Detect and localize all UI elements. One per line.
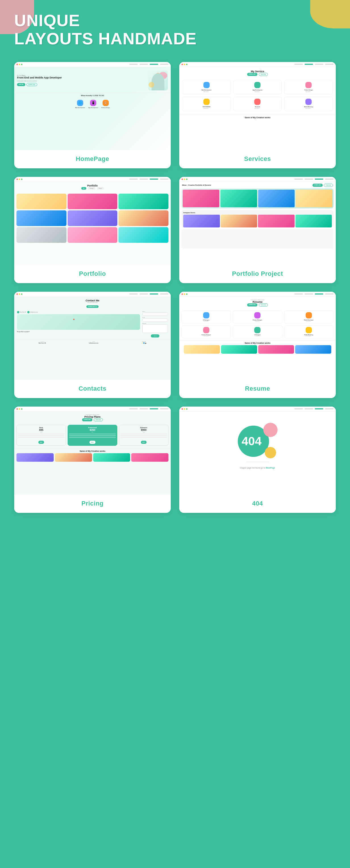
res-icon-5 bbox=[254, 327, 260, 333]
404-main-page-link[interactable]: MainPage bbox=[266, 467, 275, 469]
nav-dot-yellow bbox=[19, 293, 20, 295]
plan-enterprise-btn[interactable]: BUY bbox=[141, 441, 147, 444]
serv-icon-uiux bbox=[203, 99, 210, 105]
nav-dot-yellow bbox=[19, 408, 20, 410]
serv-icon-media bbox=[305, 99, 312, 105]
portfolio-header: Portfolio All Design Photo bbox=[14, 182, 171, 194]
nav-link-active bbox=[150, 64, 158, 65]
resume-card-6: Media Marketing Lorem ipsum... bbox=[284, 325, 334, 338]
services-preview-btn[interactable]: PREVIEW bbox=[259, 73, 268, 76]
pp-preview-btn[interactable]: PREVIEW bbox=[324, 184, 333, 187]
plan-enterprise-period: /mo bbox=[120, 431, 167, 433]
hero-text: Hi, I'm Maeto Front End and Mobile App D… bbox=[17, 74, 146, 86]
serv-name-design: Product Design bbox=[285, 89, 331, 91]
pp-section3 bbox=[181, 229, 334, 249]
mockup-nav bbox=[179, 62, 336, 67]
services-mockup: My Service DOWNLOAD PREVIEW Web Developm… bbox=[179, 62, 336, 150]
card-portfolio-project-label: Portfolio Project bbox=[179, 265, 336, 283]
contact-send-btn[interactable]: Send bbox=[151, 334, 160, 338]
pricing-preview-btn[interactable]: PREVIEW bbox=[94, 418, 103, 421]
portfolio-item-3 bbox=[118, 194, 169, 209]
resume-buttons: DOWNLOAD PREVIEW bbox=[179, 303, 336, 307]
pp-download-btn[interactable]: DOWNLOAD bbox=[313, 184, 323, 187]
404-circle-container: 404 bbox=[238, 426, 278, 457]
filter-all[interactable]: All bbox=[81, 187, 86, 190]
card-portfolio-project: Mimo - Creative Portfolio & Resume DOWNL… bbox=[179, 177, 336, 283]
service-label-web: Web Development bbox=[75, 107, 85, 108]
nav-dot-green bbox=[186, 64, 187, 65]
serv-name-media: Media Marketing bbox=[285, 106, 331, 107]
portfolio-title: Portfolio bbox=[14, 184, 171, 187]
nav-link bbox=[129, 64, 138, 65]
services-buttons: DOWNLOAD PREVIEW bbox=[179, 73, 336, 76]
plan-basic-line1 bbox=[18, 435, 65, 436]
contact-download-btn[interactable]: DOWNLOAD CV bbox=[86, 305, 99, 308]
resume-preview-btn[interactable]: PREVIEW bbox=[259, 303, 268, 307]
nav-link bbox=[139, 293, 148, 294]
services-download-btn[interactable]: DOWNLOAD bbox=[247, 73, 257, 76]
resume-card-5: UI Designer Lorem ipsum... bbox=[233, 325, 282, 338]
nav-link bbox=[305, 179, 313, 180]
nav-link bbox=[325, 293, 334, 294]
nav-dot-green bbox=[186, 293, 187, 295]
card-resume-preview: Lorem ipsum dolor sit amet Resume DOWNLO… bbox=[179, 292, 336, 380]
card-404-label: 404 bbox=[179, 495, 336, 513]
resume-download-btn[interactable]: DOWNLOAD bbox=[247, 303, 257, 307]
nav-link bbox=[294, 408, 303, 409]
res-card-role-2: Lorem ipsum... bbox=[234, 321, 281, 322]
contacts-right: Name Email Message Send bbox=[142, 311, 168, 338]
plan-enterprise-line1 bbox=[120, 435, 167, 436]
home-services-section: What Actually I LOVE TO DO bbox=[14, 93, 171, 98]
portfolio-project-mockup: Mimo - Creative Portfolio & Resume DOWNL… bbox=[179, 177, 336, 265]
card-pricing-preview: Lorem ipsum dolor sit amet Pricing Plans… bbox=[14, 407, 171, 495]
plan-enterprise-price: $960 bbox=[120, 429, 167, 431]
contact-email-input[interactable] bbox=[142, 318, 168, 322]
card-contacts-label: Contacts bbox=[14, 380, 171, 398]
pricing-work-2 bbox=[55, 453, 92, 462]
resume-card-4: Product Designer Lorem ipsum... bbox=[181, 325, 231, 338]
nav-dot-yellow bbox=[184, 408, 185, 410]
pricing-work-3 bbox=[93, 453, 130, 462]
nav-dot-green bbox=[21, 64, 23, 65]
hire-button[interactable]: HIRE ME bbox=[17, 83, 25, 86]
res-card-role-6: Lorem ipsum... bbox=[285, 336, 332, 337]
contact-me-title: Contact Me bbox=[14, 299, 171, 302]
services-main-title: My Service bbox=[179, 70, 336, 73]
contact-message-input[interactable] bbox=[142, 324, 168, 333]
404-message: Oopps! page not found go to MainPage bbox=[240, 467, 275, 469]
404-mockup: 404 Oopps! page not found go to MainPage bbox=[179, 407, 336, 495]
filter-design[interactable]: Design bbox=[88, 187, 95, 190]
pp-title: Mimo - Creative Portfolio & Resume bbox=[182, 184, 211, 186]
download-button[interactable]: DOWNLOAD bbox=[27, 83, 37, 86]
plan-basic-btn[interactable]: BUY bbox=[38, 441, 44, 444]
nav-link bbox=[160, 64, 169, 65]
plan-pro-period: /mo bbox=[69, 431, 116, 433]
portfolio-item-9 bbox=[118, 227, 169, 243]
mockup-nav bbox=[14, 407, 171, 412]
nav-links bbox=[129, 408, 169, 409]
nav-dot-green bbox=[186, 408, 187, 410]
mockup-nav bbox=[14, 62, 171, 67]
nav-dot-green bbox=[21, 408, 23, 410]
nav-link bbox=[294, 64, 303, 65]
nav-links bbox=[129, 64, 169, 65]
contact-map: 📍 bbox=[17, 314, 140, 330]
footer-location-val: New York, US bbox=[39, 342, 46, 344]
card-resume-label: Resume bbox=[179, 380, 336, 398]
pricing-download-btn[interactable]: DOWNLOAD bbox=[82, 418, 92, 421]
portfolio-item-1 bbox=[16, 194, 67, 209]
field-name-label: Name bbox=[142, 311, 168, 312]
portfolio-mockup: Portfolio All Design Photo bbox=[14, 177, 171, 265]
contact-name-input[interactable] bbox=[142, 312, 168, 316]
mockup-nav bbox=[179, 407, 336, 412]
pp-sec2-grid bbox=[183, 215, 332, 227]
plan-enterprise-line2 bbox=[120, 437, 167, 438]
filter-photo[interactable]: Photo bbox=[97, 187, 104, 190]
nav-link-active bbox=[150, 179, 158, 180]
portfolio-filters: All Design Photo bbox=[14, 187, 171, 190]
nav-dot-green bbox=[186, 179, 187, 180]
card-portfolio-project-preview: Mimo - Creative Portfolio & Resume DOWNL… bbox=[179, 177, 336, 265]
resume-card-3: Mobile Developer Lorem ipsum... bbox=[284, 310, 334, 323]
plan-pro-btn[interactable]: BUY bbox=[90, 441, 95, 444]
nav-link bbox=[139, 408, 148, 409]
